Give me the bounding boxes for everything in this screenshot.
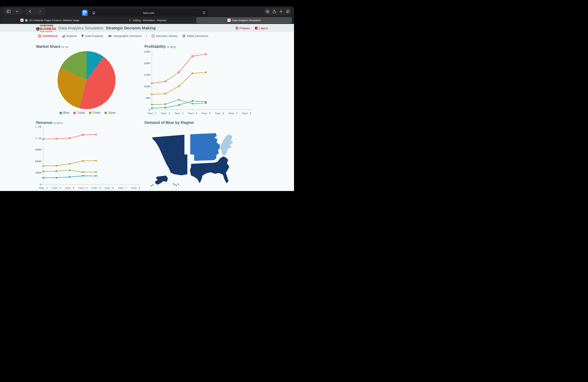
legend-item-fresh[interactable]: Fresh xyxy=(89,111,101,115)
data-point-fresh[interactable] xyxy=(56,165,57,167)
data-point-fresh[interactable] xyxy=(151,94,153,95)
nav-item-make-decisions[interactable]: Make Decisions xyxy=(182,34,208,38)
svg-text:50M: 50M xyxy=(146,97,150,100)
data-point-blue[interactable] xyxy=(95,175,97,177)
data-point-blue[interactable] xyxy=(165,107,166,108)
menubar xyxy=(0,0,294,6)
data-point-blue[interactable] xyxy=(42,177,44,179)
legend-item-store[interactable]: Store xyxy=(105,111,116,115)
back-icon[interactable] xyxy=(27,8,33,15)
address-bar[interactable]: forio.com xyxy=(89,9,208,17)
data-point-store[interactable] xyxy=(178,99,180,101)
legend-swatch xyxy=(89,112,91,114)
data-point-turbo[interactable] xyxy=(95,134,97,135)
reader-mode-icon[interactable] xyxy=(90,10,97,16)
data-point-turbo[interactable] xyxy=(205,53,207,55)
data-point-blue[interactable] xyxy=(69,176,70,178)
demand-map-title: Demand of Blue by Region xyxy=(145,120,194,125)
market-share-pie-chart xyxy=(57,51,116,109)
data-point-store[interactable] xyxy=(82,171,84,173)
data-point-fresh[interactable] xyxy=(42,165,44,167)
data-point-store[interactable] xyxy=(69,170,70,171)
data-point-store[interactable] xyxy=(42,170,44,172)
legend-swatch xyxy=(60,112,62,114)
data-point-blue[interactable] xyxy=(82,175,84,177)
legend-item-blue[interactable]: Blue xyxy=(60,111,69,115)
data-point-turbo[interactable] xyxy=(56,138,57,139)
map-region-northeast[interactable] xyxy=(220,134,233,156)
nav-label: Make Decisions xyxy=(187,34,208,38)
legend-item-turbo[interactable]: Turbo xyxy=(73,111,85,115)
prepare-link[interactable]: Prepare xyxy=(235,26,250,30)
harvard-shield-icon xyxy=(36,27,40,31)
svg-text:Year 8: Year 8 xyxy=(131,187,140,190)
tab-overview-icon[interactable] xyxy=(284,8,291,15)
share-icon[interactable] xyxy=(271,8,278,15)
history-nav-pill xyxy=(25,8,46,15)
data-point-store[interactable] xyxy=(56,170,57,172)
svg-text:Year 2: Year 2 xyxy=(52,187,61,190)
data-point-fresh[interactable] xyxy=(69,163,70,165)
data-point-turbo[interactable] xyxy=(151,83,153,84)
data-point-turbo[interactable] xyxy=(69,137,70,139)
data-point-fresh[interactable] xyxy=(95,160,97,161)
nav-item-decision-history[interactable]: Decision History xyxy=(151,34,178,38)
data-point-fresh[interactable] xyxy=(165,93,166,95)
bar-chart-icon xyxy=(62,35,65,38)
logout-icon xyxy=(255,27,258,30)
downloads-icon[interactable] xyxy=(264,8,271,15)
data-point-store[interactable] xyxy=(205,103,207,104)
data-point-store[interactable] xyxy=(95,171,97,173)
new-tab-icon[interactable] xyxy=(278,8,284,15)
map-region-midwest[interactable] xyxy=(190,133,221,161)
market-share-title: Market Share(in %) xyxy=(36,44,68,49)
map-region-west[interactable] xyxy=(155,175,168,185)
data-point-blue[interactable] xyxy=(56,177,57,179)
data-point-blue[interactable] xyxy=(192,100,193,102)
data-point-turbo[interactable] xyxy=(192,55,193,57)
page-title: Data Analytics Simulation: Strategic Dec… xyxy=(58,24,156,32)
nav-item-dashboard[interactable]: Dashboard xyxy=(38,34,57,38)
data-point-turbo[interactable] xyxy=(42,138,44,140)
app-header: HARVARD BUSINESS PUBLISHING Data Analyti… xyxy=(0,24,294,32)
market-share-subtitle: (in %) xyxy=(62,45,68,48)
data-point-store[interactable] xyxy=(165,103,166,105)
data-point-blue[interactable] xyxy=(205,101,207,103)
sidebar-toggle-icon[interactable] xyxy=(5,8,12,15)
legend-label: Blue xyxy=(63,111,69,115)
pie-legend: BlueTurboFreshStore xyxy=(54,111,121,115)
svg-text:Year 3: Year 3 xyxy=(174,112,184,115)
data-point-store[interactable] xyxy=(151,104,153,106)
tab-data-analytics-active[interactable]: / Data Analytics Simulation xyxy=(196,17,292,23)
data-point-fresh[interactable] xyxy=(178,85,180,87)
series-line-fresh xyxy=(152,72,206,94)
refresh-icon[interactable] xyxy=(201,10,207,16)
data-point-fresh[interactable] xyxy=(192,73,193,74)
tab-website-pages[interactable]: N (9+) Website Pages Content | Website S… xyxy=(1,17,98,24)
logout-link[interactable]: Logout xyxy=(255,26,268,30)
map-region-west[interactable] xyxy=(152,134,188,176)
data-point-turbo[interactable] xyxy=(178,71,180,73)
nav-item-geographic-demand[interactable]: Geographic Demand xyxy=(108,34,141,38)
svg-text:600M: 600M xyxy=(35,160,41,163)
forward-icon[interactable] xyxy=(37,8,44,15)
tab-label: Data Analytics Simulation xyxy=(232,19,261,22)
data-point-turbo[interactable] xyxy=(82,134,84,136)
svg-text:250M: 250M xyxy=(144,50,150,53)
data-point-fresh[interactable] xyxy=(205,72,207,73)
svg-text:150M: 150M xyxy=(144,74,150,76)
password-manager-extension-icon[interactable] xyxy=(82,10,88,16)
tab-editing-simulation[interactable]: N Editing - Simulation - Payload xyxy=(98,17,196,24)
data-point-store[interactable] xyxy=(192,103,193,105)
nav-item-reports[interactable]: Reports xyxy=(62,34,77,38)
data-point-blue[interactable] xyxy=(178,104,180,106)
data-point-fresh[interactable] xyxy=(82,160,84,162)
nav-divider xyxy=(146,34,147,38)
nav-item-data-explorer[interactable]: Data Explorer xyxy=(82,34,104,38)
chevron-down-icon[interactable] xyxy=(14,8,21,15)
data-point-turbo[interactable] xyxy=(165,81,166,82)
data-point-blue[interactable] xyxy=(151,107,153,109)
prepare-label: Prepare xyxy=(240,26,250,30)
legend-label: Store xyxy=(108,111,116,115)
demand-choropleth-map xyxy=(149,126,244,189)
